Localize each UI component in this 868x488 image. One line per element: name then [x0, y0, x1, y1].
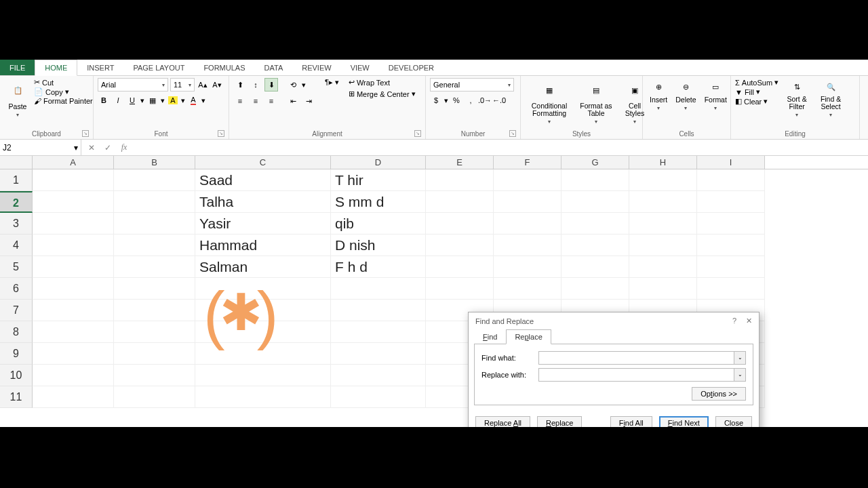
increase-indent-button[interactable]: ⇥ [302, 94, 315, 108]
dialog-tab-find[interactable]: Find [474, 329, 506, 344]
cell-D9[interactable] [331, 343, 426, 365]
cell-I1[interactable] [697, 169, 765, 191]
orientation-button[interactable]: ⟲ [286, 78, 300, 92]
enter-formula-button[interactable]: ✓ [102, 143, 114, 152]
cell-D1[interactable]: T hir [331, 169, 426, 191]
cell-G4[interactable] [561, 235, 629, 256]
sort-filter-button[interactable]: ⇅Sort & Filter▾ [781, 78, 812, 119]
cell-A3[interactable] [33, 213, 114, 235]
select-all-button[interactable] [0, 156, 33, 169]
number-dialog-launcher[interactable]: ↘ [509, 130, 516, 137]
cell-B11[interactable] [114, 386, 195, 408]
cell-B9[interactable] [114, 343, 195, 365]
fill-button[interactable]: ▼ Fill ▾ [735, 87, 778, 96]
cell-F2[interactable] [494, 191, 561, 213]
cell-B6[interactable] [114, 278, 195, 300]
alignment-dialog-launcher[interactable]: ↘ [414, 130, 421, 137]
format-cells-button[interactable]: ▭Format▾ [702, 78, 730, 113]
cancel-formula-button[interactable]: ✕ [85, 143, 98, 152]
cell-F6[interactable] [494, 278, 561, 300]
find-what-dropdown[interactable]: ⌄ [734, 351, 746, 365]
cell-H3[interactable] [629, 213, 697, 235]
delete-cells-button[interactable]: ⊖Delete▾ [673, 78, 698, 113]
cell-F4[interactable] [494, 235, 561, 256]
cell-B8[interactable] [114, 321, 195, 343]
format-painter-button[interactable]: 🖌 Format Painter [34, 97, 93, 105]
cell-E3[interactable] [426, 213, 494, 235]
row-header-7[interactable]: 7 [0, 300, 33, 321]
cell-I4[interactable] [697, 235, 765, 256]
insert-cells-button[interactable]: ⊕Insert▾ [647, 78, 670, 113]
col-header-d[interactable]: D [331, 156, 426, 169]
cell-D3[interactable]: qib [331, 213, 426, 235]
autosum-button[interactable]: Σ AutoSum ▾ [735, 78, 778, 87]
replace-all-button[interactable]: Replace All [475, 416, 530, 427]
font-name-combo[interactable]: Arial▾ [98, 78, 168, 92]
comma-button[interactable]: , [465, 94, 477, 106]
cell-G6[interactable] [561, 278, 629, 300]
cell-E2[interactable] [426, 191, 494, 213]
cell-A1[interactable] [33, 169, 114, 191]
font-size-combo[interactable]: 11▾ [170, 78, 195, 92]
cell-D7[interactable] [331, 300, 426, 321]
cell-B10[interactable] [114, 365, 195, 386]
grow-font-button[interactable]: A▴ [197, 79, 209, 91]
cell-E4[interactable] [426, 235, 494, 256]
align-bottom-button[interactable]: ⬇ [264, 78, 278, 92]
dialog-close-icon[interactable]: ✕ [746, 317, 752, 325]
tab-view[interactable]: VIEW [341, 60, 379, 75]
cell-F5[interactable] [494, 256, 561, 278]
cell-C10[interactable] [195, 365, 331, 386]
find-what-input[interactable] [538, 351, 734, 365]
clipboard-dialog-launcher[interactable]: ↘ [82, 130, 89, 137]
cell-B4[interactable] [114, 235, 195, 256]
row-header-5[interactable]: 5 [0, 256, 33, 278]
cell-C11[interactable] [195, 386, 331, 408]
align-center-button[interactable]: ≡ [249, 94, 262, 108]
replace-button[interactable]: Replace [537, 416, 582, 427]
merge-center-button[interactable]: ⊞ Merge & Center ▾ [349, 89, 416, 98]
cell-E5[interactable] [426, 256, 494, 278]
options-button[interactable]: Options >> [692, 387, 746, 401]
cell-H6[interactable] [629, 278, 697, 300]
cell-D4[interactable]: D nish [331, 235, 426, 256]
clear-button[interactable]: ◧ Clear ▾ [735, 97, 778, 106]
row-header-4[interactable]: 4 [0, 235, 33, 256]
cut-button[interactable]: Cut [34, 78, 93, 87]
cell-B7[interactable] [114, 300, 195, 321]
replace-with-dropdown[interactable]: ⌄ [734, 368, 746, 382]
cell-D10[interactable] [331, 365, 426, 386]
cell-G3[interactable] [561, 213, 629, 235]
row-header-6[interactable]: 6 [0, 278, 33, 300]
font-dialog-launcher[interactable]: ↘ [218, 130, 224, 137]
cell-H4[interactable] [629, 235, 697, 256]
cell-H2[interactable] [629, 191, 697, 213]
worksheet-grid[interactable]: A B C D E F G H I 1SaadT hir2TalhaS mm d… [0, 156, 868, 427]
name-box[interactable]: J2▾ [0, 140, 81, 155]
cell-A11[interactable] [33, 386, 114, 408]
cell-G2[interactable] [561, 191, 629, 213]
col-header-i[interactable]: I [697, 156, 765, 169]
dialog-tab-replace[interactable]: Replace [506, 329, 551, 344]
cell-G1[interactable] [561, 169, 629, 191]
cell-B1[interactable] [114, 169, 195, 191]
fill-color-button[interactable]: A [167, 94, 179, 106]
align-left-button[interactable]: ≡ [233, 94, 247, 108]
cell-I5[interactable] [697, 256, 765, 278]
tab-formulas[interactable]: FORMULAS [194, 60, 254, 75]
bold-button[interactable]: B [98, 94, 110, 106]
find-select-button[interactable]: 🔍Find & Select▾ [815, 78, 846, 119]
cell-D6[interactable] [331, 278, 426, 300]
cell-F3[interactable] [494, 213, 561, 235]
paste-menu-caret[interactable]: ▾ [16, 112, 19, 118]
tab-review[interactable]: REVIEW [292, 60, 340, 75]
cell-B2[interactable] [114, 191, 195, 213]
cell-C5[interactable]: Salman [195, 256, 331, 278]
currency-button[interactable]: $ [430, 94, 442, 106]
dialog-help-button[interactable]: ? [732, 317, 736, 325]
cell-I2[interactable] [697, 191, 765, 213]
tab-file[interactable]: FILE [0, 60, 35, 75]
col-header-b[interactable]: B [114, 156, 195, 169]
increase-decimal-button[interactable]: .0→ [479, 94, 491, 106]
wrap-text-button[interactable]: ↩ Wrap Text [349, 78, 416, 87]
